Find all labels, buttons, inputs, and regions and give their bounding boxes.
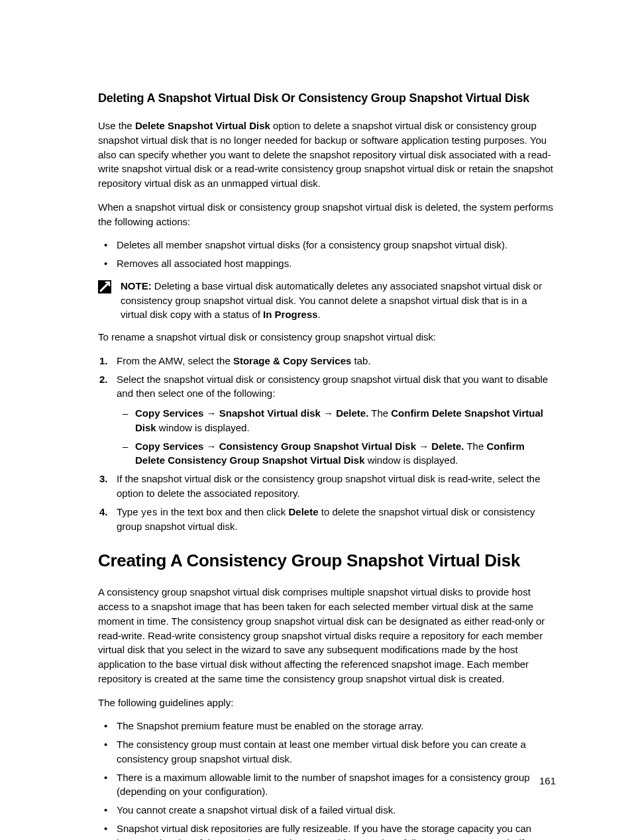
list-item: Copy Services → Snapshot Virtual disk → … [117,406,556,435]
list-item: Removes all associated host mappings. [98,256,556,271]
text-bold: Delete [289,506,319,517]
body-text: A consistency group snapshot virtual dis… [98,585,556,686]
body-text: The following guidelines apply: [98,696,556,710]
note-label: NOTE: [121,280,152,291]
text: tab. [351,355,370,366]
body-text: When a snapshot virtual disk or consiste… [98,200,556,229]
text-bold: Storage & Copy Services [233,355,351,366]
list-item: You cannot create a snapshot virtual dis… [98,803,556,817]
text: The [464,441,487,452]
bullet-list: Deletes all member snapshot virtual disk… [98,238,556,271]
list-item: The Snapshot premium feature must be ena… [98,719,556,733]
list-item: If the snapshot virtual disk or the cons… [98,472,556,501]
dash-list: Copy Services → Snapshot Virtual disk → … [117,406,556,468]
text: Type [117,506,141,517]
text-bold: Copy Services → Consistency Group Snapsh… [135,441,464,452]
list-item: The consistency group must contain at le… [98,737,556,766]
list-item: From the AMW, select the Storage & Copy … [98,354,556,368]
list-item: Select the snapshot virtual disk or cons… [98,372,556,468]
text: . [318,309,321,320]
body-text: Use the Delete Snapshot Virtual Disk opt… [98,119,556,191]
text-bold: Copy Services → Snapshot Virtual disk → … [135,407,368,419]
text: window is displayed. [364,454,458,466]
list-item: Deletes all member snapshot virtual disk… [98,238,556,252]
section-heading-deleting: Deleting A Snapshot Virtual Disk Or Cons… [98,89,556,107]
list-item: Snapshot virtual disk repositories are f… [98,821,556,840]
bullet-list: The Snapshot premium feature must be ena… [98,719,556,840]
numbered-list: From the AMW, select the Storage & Copy … [98,354,556,534]
text: in the text box and then click [158,506,289,517]
note-text: NOTE: Deleting a base virtual disk autom… [121,279,556,322]
page-number: 161 [539,774,556,788]
section-heading-creating: Creating A Consistency Group Snapshot Vi… [98,549,556,574]
note-icon [98,280,111,293]
text: Deleting a base virtual disk automatical… [121,280,542,321]
list-item: There is a maximum allowable limit to th… [98,770,556,800]
note-block: NOTE: Deleting a base virtual disk autom… [98,279,556,322]
text-bold: In Progress [263,309,318,320]
text: From the AMW, select the [117,355,233,366]
text: Use the [98,120,135,131]
text: Select the snapshot virtual disk or cons… [117,374,548,399]
body-text: To rename a snapshot virtual disk or con… [98,330,556,344]
text-bold: Delete Snapshot Virtual Disk [135,120,270,131]
code-text: yes [141,507,158,518]
list-item: Type yes in the text box and then click … [98,505,556,534]
text: The [368,407,391,419]
list-item: Copy Services → Consistency Group Snapsh… [117,439,556,468]
text: window is displayed. [156,422,250,433]
